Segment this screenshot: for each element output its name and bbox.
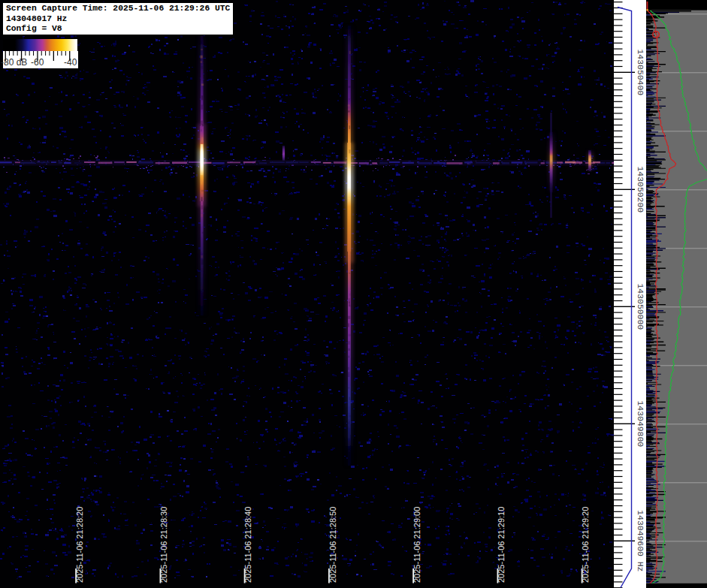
svg-text:143049800: 143049800: [636, 401, 645, 448]
svg-text:143049600 Hz: 143049600 Hz: [636, 510, 645, 571]
svg-text:143050000: 143050000: [636, 284, 645, 330]
svg-text:143050400: 143050400: [636, 50, 645, 96]
svg-text:143050200: 143050200: [636, 167, 645, 213]
